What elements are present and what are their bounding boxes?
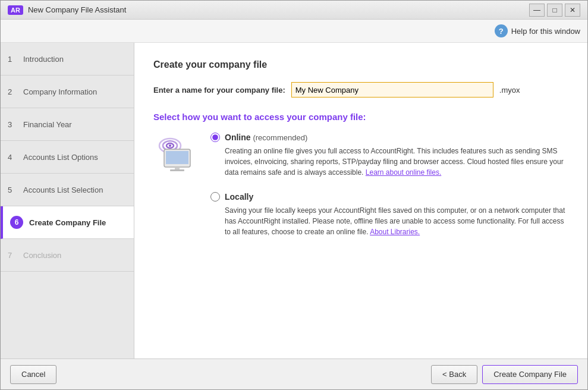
locally-option-block: Locally Saving your file locally keeps y…	[153, 192, 568, 237]
content-area: Create your company file Enter a name fo…	[134, 43, 587, 358]
maximize-button[interactable]: □	[547, 4, 562, 17]
field-row: Enter a name for your company file: .myo…	[153, 82, 568, 98]
field-suffix: .myox	[499, 86, 520, 95]
step-number-2: 2	[8, 87, 17, 96]
sidebar-item-conclusion: 7 Conclusion	[1, 239, 134, 272]
sidebar-item-financial-year[interactable]: 3 Financial Year	[1, 108, 134, 141]
sidebar: 1 Introduction 2 Company Information 3 F…	[1, 43, 134, 358]
online-option-block: Online (recommended) Creating an online …	[153, 133, 568, 178]
company-name-input[interactable]	[291, 82, 493, 98]
online-recommended-tag: (recommended)	[253, 133, 307, 142]
app-badge: AR	[8, 5, 23, 15]
svg-point-3	[169, 144, 171, 147]
help-label: Help for this window	[511, 27, 580, 36]
sidebar-item-company-information[interactable]: 2 Company Information	[1, 76, 134, 108]
sidebar-item-label-6: Create Company File	[29, 218, 106, 227]
online-radio[interactable]	[210, 133, 220, 142]
help-icon: ?	[495, 24, 508, 37]
online-option-content: Online (recommended) Creating an online …	[210, 133, 568, 178]
window-title: New Company File Assistant	[28, 5, 126, 14]
section-title: Create your company file	[153, 59, 568, 70]
help-link[interactable]: ? Help for this window	[495, 24, 580, 37]
create-company-file-button[interactable]: Create Company File	[482, 365, 578, 384]
learn-online-files-link[interactable]: Learn about online files.	[366, 168, 441, 177]
sidebar-item-introduction[interactable]: 1 Introduction	[1, 43, 134, 76]
field-label: Enter a name for your company file:	[153, 86, 285, 95]
sidebar-item-label-7: Conclusion	[23, 251, 61, 260]
title-bar-left: AR New Company File Assistant	[8, 5, 126, 15]
footer-right: < Back Create Company File	[431, 365, 578, 384]
locally-radio[interactable]	[210, 192, 220, 202]
online-option-desc: Creating an online file gives you full a…	[225, 146, 568, 178]
step-number-7: 7	[8, 251, 17, 260]
locally-option-name[interactable]: Locally	[225, 192, 253, 202]
footer: Cancel < Back Create Company File	[1, 358, 587, 389]
locally-option-content: Locally Saving your file locally keeps y…	[210, 192, 568, 237]
step-number-3: 3	[8, 120, 17, 129]
step-number-4: 4	[8, 153, 17, 162]
close-button[interactable]: ✕	[565, 4, 580, 17]
sidebar-item-label-2: Company Information	[23, 87, 97, 96]
main-content: 1 Introduction 2 Company Information 3 F…	[1, 43, 587, 358]
title-bar-controls: — □ ✕	[529, 4, 580, 17]
locally-option-label-row: Locally	[210, 192, 568, 202]
step-number-1: 1	[8, 55, 17, 64]
online-computer-icon	[153, 133, 201, 171]
title-bar: AR New Company File Assistant — □ ✕	[1, 1, 587, 20]
svg-rect-7	[170, 169, 184, 171]
step-number-5: 5	[8, 185, 17, 194]
minimize-button[interactable]: —	[529, 4, 545, 17]
sidebar-item-label-3: Financial Year	[23, 120, 72, 129]
svg-rect-5	[166, 151, 188, 164]
online-option-icon-area	[153, 133, 201, 171]
help-bar: ? Help for this window	[1, 20, 587, 43]
access-title: Select how you want to access your compa…	[153, 112, 568, 122]
sidebar-item-create-company-file[interactable]: 6 Create Company File	[1, 206, 134, 239]
cancel-button[interactable]: Cancel	[10, 365, 56, 384]
sidebar-item-label-4: Accounts List Options	[23, 153, 98, 162]
sidebar-item-accounts-list-options[interactable]: 4 Accounts List Options	[1, 141, 134, 174]
back-button[interactable]: < Back	[431, 365, 477, 384]
online-option-label-row: Online (recommended)	[210, 133, 568, 142]
about-libraries-link[interactable]: About Libraries.	[370, 228, 420, 236]
sidebar-item-label-1: Introduction	[23, 55, 64, 64]
step-number-6: 6	[10, 216, 23, 229]
window: AR New Company File Assistant — □ ✕ ? He…	[0, 0, 588, 390]
online-option-name[interactable]: Online (recommended)	[225, 133, 307, 142]
sidebar-item-label-5: Accounts List Selection	[23, 185, 103, 194]
locally-option-desc: Saving your file locally keeps your Acco…	[225, 205, 568, 237]
sidebar-item-accounts-list-selection[interactable]: 5 Accounts List Selection	[1, 174, 134, 206]
